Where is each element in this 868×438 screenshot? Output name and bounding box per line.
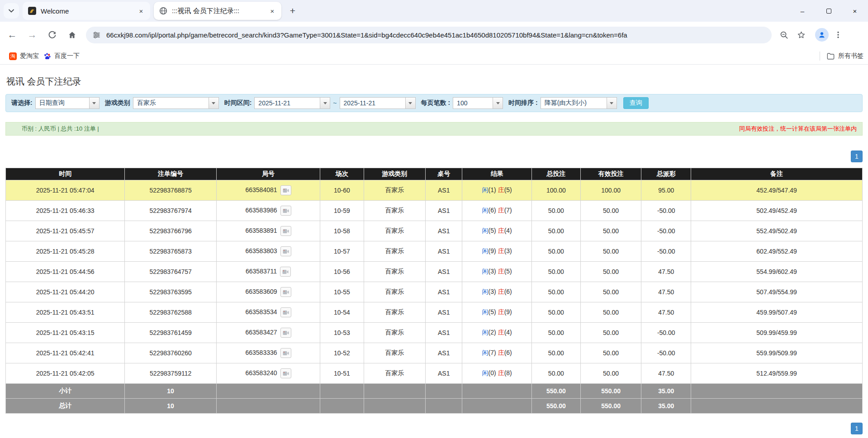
tab-welcome[interactable]: Welcome × — [23, 2, 150, 20]
footer-total-bet: 550.00 — [531, 384, 580, 399]
summary-bar: 币别 : 人民币 | 总共 :10 注单 | 同局有效投注，统一计算在该局第一张… — [5, 122, 863, 136]
game-type-select[interactable]: 百家乐 — [133, 97, 219, 109]
date-from-select[interactable]: 2025-11-21 — [254, 97, 330, 109]
replay-video-button[interactable] — [280, 348, 291, 358]
bookmarks-bar: 淘 爱淘宝 百度一下 所有书签 — [0, 48, 868, 65]
cell-session: 10-59 — [320, 201, 364, 221]
cell-time: 2025-11-21 05:43:51 — [6, 302, 125, 323]
home-button[interactable] — [64, 27, 80, 42]
cell-game-type: 百家乐 — [364, 343, 425, 363]
minimize-button[interactable]: – — [789, 0, 816, 22]
cell-time: 2025-11-21 05:44:56 — [6, 262, 125, 282]
round-id-value: 663583336 — [245, 349, 277, 356]
video-icon — [283, 290, 289, 295]
result-player-points: (1) — [489, 186, 496, 193]
table-row: 2025-11-21 05:43:15 522983761459 6635834… — [6, 323, 863, 343]
maximize-button[interactable] — [816, 0, 842, 22]
replay-video-button[interactable] — [280, 226, 291, 236]
cell-result: 闲(1) 庄(5) — [462, 180, 531, 201]
cell-table: AS1 — [426, 282, 462, 302]
cell-time: 2025-11-21 05:43:15 — [6, 323, 125, 343]
sort-select[interactable]: 降冪(由大到小) — [541, 97, 617, 109]
result-banker: 庄 — [498, 369, 504, 377]
cell-total-bet[interactable]: 50.00 — [531, 221, 580, 241]
star-icon — [797, 31, 806, 39]
result-player: 闲 — [482, 329, 489, 336]
cell-total-bet[interactable]: 100.00 — [531, 180, 580, 201]
cell-total-bet[interactable]: 50.00 — [531, 282, 580, 302]
cell-total-bet[interactable]: 50.00 — [531, 363, 580, 384]
cell-game-type: 百家乐 — [364, 262, 425, 282]
cell-session: 10-55 — [320, 282, 364, 302]
replay-video-button[interactable] — [280, 185, 291, 195]
cell-payout: 95.00 — [641, 180, 691, 201]
address-bar[interactable]: 66cxkj98.com/ipl/portal.php/game/betreco… — [86, 27, 772, 43]
date-to-select[interactable]: 2025-11-21 — [340, 97, 416, 109]
cell-note: 602.49/552.49 — [691, 241, 863, 262]
cell-total-bet[interactable]: 50.00 — [531, 302, 580, 323]
cell-game-type: 百家乐 — [364, 302, 425, 323]
close-button[interactable]: × — [842, 0, 868, 22]
cell-total-bet[interactable]: 50.00 — [531, 343, 580, 363]
profile-avatar[interactable] — [815, 28, 829, 42]
cell-valid-bet: 50.00 — [580, 302, 641, 323]
bookmark-baidu[interactable]: 百度一下 — [43, 52, 80, 60]
page-1-button[interactable]: 1 — [851, 423, 863, 434]
cell-total-bet[interactable]: 50.00 — [531, 262, 580, 282]
dropdown-arrow-icon[interactable] — [493, 98, 503, 108]
page-1-button[interactable]: 1 — [851, 151, 863, 162]
cell-round-id: 663583803 — [216, 241, 320, 262]
tab-close-icon[interactable]: × — [137, 6, 146, 15]
url-text[interactable]: 66cxkj98.com/ipl/portal.php/game/betreco… — [106, 31, 627, 39]
replay-video-button[interactable] — [280, 368, 291, 378]
replay-video-button[interactable] — [280, 246, 291, 256]
cell-total-bet[interactable]: 50.00 — [531, 241, 580, 262]
video-icon — [283, 208, 289, 213]
maximize-icon — [826, 9, 831, 14]
result-banker-points: (6) — [504, 349, 512, 356]
dropdown-arrow-icon[interactable] — [209, 98, 218, 108]
back-button[interactable]: ← — [5, 27, 20, 42]
dropdown-arrow-icon[interactable] — [320, 98, 330, 108]
replay-video-button[interactable] — [280, 287, 291, 297]
col-game-type: 游戏类别 — [364, 168, 425, 180]
per-page-select[interactable]: 100 — [453, 97, 503, 109]
cell-total-bet[interactable]: 50.00 — [531, 201, 580, 221]
cell-result: 闲(0) 庄(8) — [462, 363, 531, 384]
cell-session: 10-51 — [320, 363, 364, 384]
search-button[interactable]: 查询 — [623, 97, 649, 109]
toolbar-right — [775, 27, 849, 42]
table-row: 2025-11-21 05:42:05 522983759112 6635832… — [6, 363, 863, 384]
replay-video-button[interactable] — [280, 328, 291, 338]
page-content: 视讯 会员下注纪录 请选择: 日期查询 游戏类别 百家乐 时间区间: 2025-… — [0, 65, 868, 438]
new-tab-button[interactable]: + — [286, 4, 299, 18]
dropdown-arrow-icon[interactable] — [89, 98, 99, 108]
all-bookmarks[interactable]: 所有书签 — [820, 52, 863, 61]
bookmark-taobao[interactable]: 淘 爱淘宝 — [9, 52, 39, 60]
date-range-tilde: ~ — [333, 99, 337, 107]
dropdown-arrow-icon[interactable] — [405, 98, 415, 108]
result-player-points: (5) — [489, 227, 496, 234]
cell-round-id: 663583986 — [216, 201, 320, 221]
bookmark-star-button[interactable] — [793, 27, 809, 42]
result-banker-points: (9) — [504, 308, 512, 316]
result-banker: 庄 — [498, 227, 504, 234]
video-icon — [283, 188, 289, 193]
reload-button[interactable] — [44, 27, 60, 42]
cell-total-bet[interactable]: 50.00 — [531, 323, 580, 343]
zoom-indicator-button[interactable] — [776, 27, 792, 42]
tab-search-button[interactable] — [4, 3, 19, 19]
dropdown-arrow-icon[interactable] — [607, 98, 617, 108]
round-id-value: 663583803 — [245, 247, 277, 254]
forward-button[interactable]: → — [24, 27, 40, 42]
replay-video-button[interactable] — [280, 267, 291, 277]
replay-video-button[interactable] — [280, 307, 291, 317]
replay-video-button[interactable] — [280, 206, 291, 216]
query-type-select[interactable]: 日期查询 — [35, 97, 100, 109]
tab-betrecord[interactable]: :::视讯 会员下注纪录::: × — [154, 2, 281, 20]
browser-menu-button[interactable] — [830, 27, 846, 42]
cell-valid-bet: 50.00 — [580, 282, 641, 302]
tab-close-icon[interactable]: × — [268, 6, 277, 15]
sort-value: 降冪(由大到小) — [541, 98, 607, 108]
reload-icon — [48, 31, 57, 39]
